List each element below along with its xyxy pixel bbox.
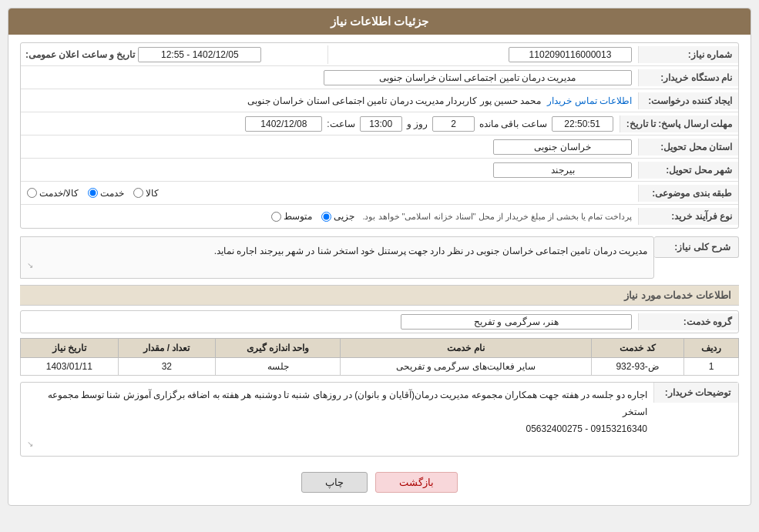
need-number-label: شماره نیاز:	[638, 46, 738, 63]
col-header-date: تاریخ نیاز	[21, 339, 119, 358]
deadline-label: مهلت ارسال پاسخ: تا تاریخ:	[620, 115, 738, 132]
button-row: بازگشت چاپ	[20, 464, 739, 497]
deadline-date: 1402/12/08	[245, 116, 322, 132]
description-value: مدیریت درمان تامین اجتماعی خراسان جنوبی …	[214, 246, 647, 256]
need-number-value: 1102090116000013	[509, 47, 632, 62]
radio-jozi[interactable]: جزیی	[321, 211, 354, 222]
buyer-org-value: مدیریت درمان تامین اجتماعی استان خراسان …	[324, 70, 632, 85]
announce-datetime-value: 1402/12/05 - 12:55	[138, 47, 261, 62]
deadline-days: 2	[432, 116, 475, 132]
city-label: شهر محل تحویل:	[638, 162, 738, 179]
table-row: 1ض-93-932سایر فعالیت‌های سرگرمی و تفریحی…	[21, 358, 739, 376]
province-value: خراسان جنوبی	[493, 139, 632, 155]
process-label: نوع فرآیند خرید:	[638, 208, 738, 225]
col-header-code: کد خدمت	[591, 339, 684, 358]
category-label: طبقه بندی موضوعی:	[638, 185, 738, 202]
description-label: شرح کلی نیاز:	[674, 242, 730, 253]
col-header-name: نام خدمت	[341, 339, 592, 358]
service-group-value: هنر، سرگرمی و تفریح	[401, 314, 632, 330]
radio-kala-khadamat[interactable]: کالا/خدمت	[27, 188, 79, 199]
radio-khadamat[interactable]: خدمت	[88, 188, 124, 199]
process-radio-group: متوسط جزیی	[271, 211, 354, 222]
page-title: جزئیات اطلاعات نیاز	[331, 15, 428, 28]
print-button[interactable]: چاپ	[301, 472, 368, 493]
creator-label: ایجاد کننده درخواست:	[638, 92, 738, 109]
services-section-title: اطلاعات خدمات مورد نیاز	[20, 285, 739, 306]
col-header-unit: واحد اندازه گیری	[216, 339, 341, 358]
service-table: ردیف کد خدمت نام خدمت واحد اندازه گیری ت…	[20, 338, 739, 376]
radio-kala[interactable]: کالا	[133, 188, 159, 199]
province-label: استان محل تحویل:	[638, 139, 738, 156]
buyer-org-label: نام دستگاه خریدار:	[638, 69, 738, 86]
category-radio-group: کالا/خدمت خدمت کالا	[27, 188, 632, 199]
deadline-time: 13:00	[360, 116, 402, 132]
back-button[interactable]: بازگشت	[375, 472, 458, 493]
contact-link[interactable]: اطلاعات تماس خریدار	[547, 95, 632, 106]
deadline-remaining: 22:50:51	[552, 116, 613, 132]
deadline-time-label: ساعت:	[327, 119, 354, 129]
buyer-desc-label: توضیحات خریدار:	[665, 387, 730, 398]
deadline-days-label: روز و	[407, 119, 428, 129]
deadline-remaining-label: ساعت باقی مانده	[479, 119, 547, 129]
radio-mutawaset[interactable]: متوسط	[271, 211, 312, 222]
service-group-label: گروه خدمت:	[638, 313, 738, 330]
city-value: بیرجند	[493, 162, 632, 178]
process-note: پرداخت تمام یا بخشی از مبلغ خریدار از مح…	[362, 212, 632, 222]
col-header-qty: تعداد / مقدار	[118, 339, 215, 358]
buyer-desc-value: اجاره دو جلسه در هفته جهت همکاران مجموعه…	[21, 383, 653, 456]
announce-datetime-label: تاریخ و ساعت اعلان عمومی:	[25, 49, 135, 60]
col-header-row: ردیف	[684, 339, 739, 358]
creator-user: محمد حسین پور کاربردار مدیریت درمان تامی…	[27, 95, 541, 106]
